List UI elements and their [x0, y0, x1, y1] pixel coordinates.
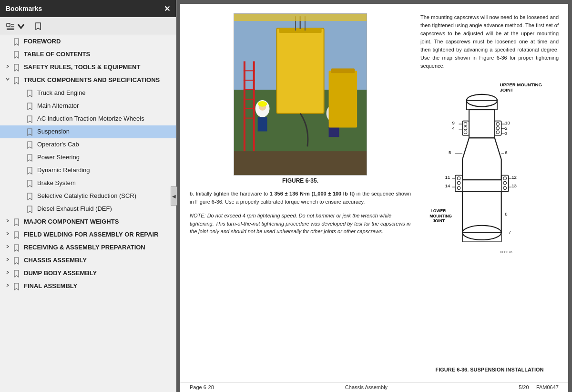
- sidebar-item-final-assembly[interactable]: FINAL ASSEMBLY: [0, 280, 176, 293]
- sidebar-item-dynamic-retarding[interactable]: Dynamic Retarding: [0, 164, 176, 177]
- sidebar-item-toc[interactable]: TABLE OF CONTENTS: [0, 48, 176, 61]
- bookmark-label-suspension: Suspension: [37, 128, 172, 136]
- svg-point-41: [464, 127, 467, 130]
- bookmark-ribbon-suspension: [27, 128, 34, 136]
- pdf-right-column: The mounting capscrews will now need to …: [420, 13, 559, 372]
- sidebar-item-major-weights[interactable]: MAJOR COMPONENT WEIGHTS: [0, 216, 176, 228]
- sidebar-item-chassis[interactable]: CHASSIS ASSEMBLY: [0, 254, 176, 267]
- svg-text:5: 5: [449, 150, 451, 155]
- figure-caption: FIGURE 6-35.: [282, 177, 318, 184]
- sidebar-item-safety[interactable]: SAFETY RULES, TOOLS & EQUIPMENT: [0, 61, 176, 74]
- sidebar-item-receiving[interactable]: RECEIVING & ASSEMBLY PREPARATION: [0, 241, 176, 254]
- main-body-text: The mounting capscrews will now need to …: [420, 13, 559, 70]
- svg-text:14: 14: [445, 184, 450, 189]
- sidebar-item-truck-engine[interactable]: Truck and Engine: [0, 87, 176, 100]
- svg-rect-31: [331, 68, 355, 73]
- svg-rect-8: [276, 28, 324, 113]
- bookmark-label-brake-system: Brake System: [37, 179, 172, 187]
- svg-text:6: 6: [505, 150, 507, 155]
- svg-text:H00076: H00076: [500, 250, 512, 254]
- svg-rect-0: [7, 23, 10, 27]
- pdf-content: FIGURE 6-35. b. Initially tighten the ha…: [180, 4, 568, 382]
- list-view-button[interactable]: [4, 21, 28, 32]
- svg-rect-37: [469, 110, 495, 138]
- expand-icon-truck-components: [4, 76, 11, 82]
- diagram-caption: FIGURE 6-36. SUSPENSION INSTALLATION: [436, 367, 544, 372]
- expand-icon-power-steering: [17, 154, 25, 154]
- expand-icon-receiving: [4, 244, 11, 249]
- svg-text:11: 11: [445, 175, 450, 180]
- expand-icon-chassis: [4, 257, 11, 262]
- pdf-page: FIGURE 6-35. b. Initially tighten the ha…: [180, 4, 568, 382]
- collapse-sidebar-button[interactable]: ◀: [171, 186, 177, 206]
- sidebar-item-suspension[interactable]: Suspension: [0, 125, 176, 138]
- bookmark-label-power-steering: Power Steering: [37, 154, 172, 162]
- expand-icon-def: [17, 205, 25, 206]
- chevron-down-icon: [16, 21, 26, 31]
- expand-icon-truck-engine: [17, 89, 25, 90]
- bookmark-label-major-weights: MAJOR COMPONENT WEIGHTS: [24, 218, 172, 226]
- body-text-b: b. Initially tighten the hardware to 1 3…: [190, 190, 411, 206]
- svg-text:JOINT: JOINT: [433, 219, 445, 224]
- sidebar-item-operators-cab[interactable]: Operator's Cab: [0, 138, 176, 151]
- svg-text:12: 12: [511, 175, 517, 180]
- bookmark-ribbon-receiving: [13, 244, 21, 252]
- bookmark-ribbon-dynamic-retarding: [27, 166, 34, 175]
- bookmark-label-ac-induction: AC Induction Traction Motorize Wheels: [37, 115, 172, 123]
- bookmark-add-icon: [33, 21, 43, 31]
- sidebar-item-dump-body[interactable]: DUMP BODY ASSEMBLY: [0, 267, 176, 280]
- svg-point-42: [464, 131, 467, 134]
- bookmark-ribbon-operators-cab: [27, 141, 34, 149]
- sidebar-item-scr[interactable]: Selective Catalytic Reduction (SCR): [0, 190, 176, 203]
- expand-icon-main-alternator: [17, 102, 25, 103]
- sidebar-item-def[interactable]: Diesel Exhaust Fluid (DEF): [0, 203, 176, 216]
- sidebar-item-main-alternator[interactable]: Main Alternator: [0, 100, 176, 113]
- svg-point-45: [496, 131, 499, 134]
- sidebar-item-brake-system[interactable]: Brake System: [0, 177, 176, 190]
- sidebar-item-truck-components[interactable]: TRUCK COMPONENTS AND SPECIFICATIONS: [0, 74, 176, 87]
- bookmark-ribbon-toc: [13, 51, 21, 59]
- svg-point-43: [496, 123, 499, 125]
- bookmark-label-truck-components: TRUCK COMPONENTS AND SPECIFICATIONS: [24, 76, 172, 84]
- svg-text:13: 13: [511, 184, 517, 189]
- expand-icon-ac-induction: [17, 115, 25, 115]
- bookmark-ribbon-ac-induction: [27, 115, 34, 123]
- svg-rect-39: [495, 121, 501, 135]
- bookmark-label-foreword: FOREWORD: [24, 38, 172, 46]
- bookmark-ribbon-truck-components: [13, 76, 21, 84]
- svg-point-66: [503, 182, 506, 185]
- svg-text:4: 4: [452, 125, 455, 131]
- bold-text-1: b. Initially tighten the hardware to: [190, 191, 270, 196]
- bookmark-label-dynamic-retarding: Dynamic Retarding: [37, 166, 172, 175]
- bookmark-label-final-assembly: FINAL ASSEMBLY: [24, 282, 172, 290]
- svg-rect-32: [234, 151, 367, 175]
- highlight-text: 1 356 ± 136 N·m (1,000 ± 100 lb ft): [270, 191, 355, 196]
- sidebar-items-list: FOREWORD TABLE OF CONTENTS SAFETY RULES,…: [0, 35, 176, 392]
- sidebar-item-foreword[interactable]: FOREWORD: [0, 35, 176, 48]
- sidebar-item-field-welding[interactable]: FIELD WELDING FOR ASSEMBLY OR REPAIR: [0, 228, 176, 241]
- note-text: NOTE: Do not exceed 4 rpm tightening spe…: [190, 212, 411, 236]
- svg-text:9: 9: [452, 121, 455, 126]
- pdf-wrapper: ◀: [176, 0, 572, 392]
- bookmark-ribbon-major-weights: [13, 218, 21, 226]
- bookmark-ribbon-main-alternator: [27, 102, 34, 110]
- expand-icon-foreword: [4, 38, 11, 38]
- app-container: Bookmarks ✕: [0, 0, 572, 392]
- bookmark-ribbon-def: [27, 205, 34, 213]
- add-bookmark-button[interactable]: [31, 21, 45, 32]
- svg-point-44: [496, 127, 499, 130]
- svg-point-62: [457, 177, 460, 180]
- bookmark-label-toc: TABLE OF CONTENTS: [24, 51, 172, 59]
- close-button[interactable]: ✕: [164, 4, 170, 13]
- svg-text:MOUNTING: MOUNTING: [429, 214, 452, 218]
- bookmark-ribbon-chassis: [13, 257, 21, 265]
- bookmark-label-main-alternator: Main Alternator: [37, 102, 172, 110]
- bookmark-label-receiving: RECEIVING & ASSEMBLY PREPARATION: [24, 244, 172, 252]
- sidebar-item-power-steering[interactable]: Power Steering: [0, 151, 176, 164]
- sidebar-title: Bookmarks: [6, 5, 42, 12]
- bookmark-ribbon-foreword: [13, 38, 21, 46]
- expand-icon-scr: [17, 192, 25, 193]
- sidebar-item-ac-induction[interactable]: AC Induction Traction Motorize Wheels: [0, 113, 176, 125]
- bookmark-label-safety: SAFETY RULES, TOOLS & EQUIPMENT: [24, 63, 172, 72]
- bookmark-ribbon-field-welding: [13, 231, 21, 239]
